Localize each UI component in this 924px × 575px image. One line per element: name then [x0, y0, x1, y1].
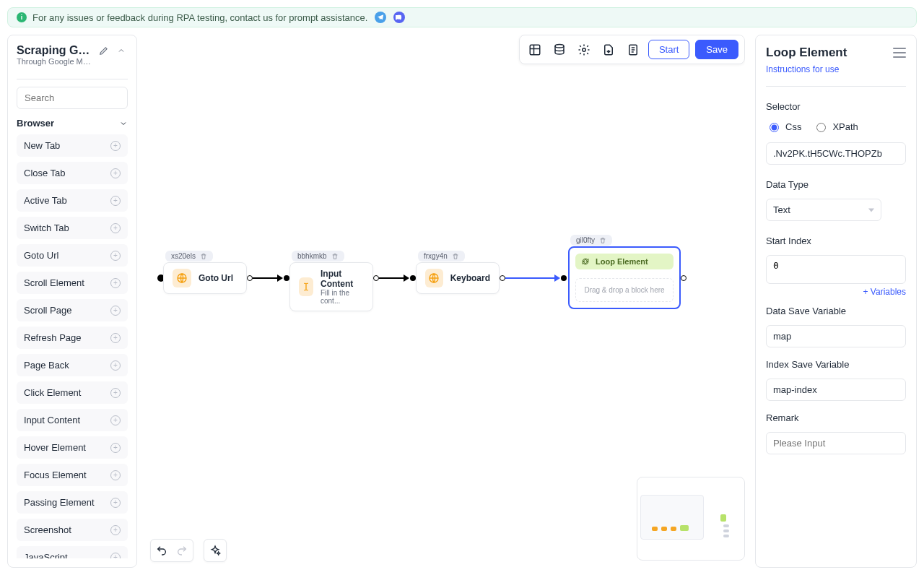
- plus-circle-icon[interactable]: +: [110, 525, 121, 535]
- out-port[interactable]: [247, 275, 253, 281]
- block-label: Input Content: [24, 415, 80, 425]
- block-item[interactable]: Page Back+: [17, 354, 128, 376]
- undo-icon[interactable]: [154, 542, 170, 558]
- node-input-content[interactable]: Input Content Fill in the cont...: [289, 262, 373, 311]
- minimap[interactable]: [637, 477, 745, 561]
- radio-css[interactable]: [770, 123, 779, 132]
- plus-circle-icon[interactable]: +: [110, 251, 121, 261]
- plus-circle-icon[interactable]: +: [110, 360, 121, 371]
- selector-label: Selector: [766, 101, 906, 112]
- loop-drop-zone[interactable]: Drag & drop a block here: [575, 278, 674, 302]
- block-item[interactable]: Scroll Element+: [17, 272, 128, 294]
- trash-icon[interactable]: [452, 253, 459, 260]
- plus-circle-icon[interactable]: +: [110, 141, 121, 151]
- selector-input[interactable]: [766, 142, 906, 165]
- data-save-input[interactable]: [766, 325, 906, 347]
- sparkle-icon[interactable]: [207, 542, 223, 558]
- in-port[interactable]: [284, 275, 289, 281]
- connection: [505, 277, 556, 279]
- gear-icon[interactable]: [575, 40, 593, 59]
- svg-point-1: [555, 44, 564, 48]
- svg-point-2: [583, 48, 586, 51]
- pencil-icon[interactable]: [97, 44, 110, 57]
- block-item[interactable]: Hover Element+: [17, 436, 128, 459]
- plus-circle-icon[interactable]: +: [110, 306, 121, 316]
- trash-icon[interactable]: [331, 253, 339, 260]
- chevron-up-icon[interactable]: [115, 44, 128, 57]
- node-goto-url[interactable]: Goto Url: [163, 262, 247, 294]
- trash-icon[interactable]: [599, 237, 606, 244]
- block-item[interactable]: Switch Tab+: [17, 217, 128, 239]
- data-type-label: Data Type: [766, 179, 906, 190]
- block-item[interactable]: Screenshot+: [17, 519, 128, 541]
- trash-icon[interactable]: [200, 253, 207, 260]
- index-save-label: Index Save Variable: [766, 359, 906, 370]
- data-type-select[interactable]: [766, 199, 881, 221]
- globe-icon: [173, 269, 191, 288]
- block-item[interactable]: Active Tab+: [17, 189, 128, 212]
- log-icon[interactable]: [624, 40, 642, 59]
- remark-input[interactable]: [766, 432, 906, 454]
- node-tag: gil0fty: [570, 235, 612, 246]
- loop-header: Loop Element: [575, 254, 674, 269]
- redo-icon[interactable]: [174, 542, 190, 558]
- search-input[interactable]: [17, 87, 128, 109]
- block-item[interactable]: Scroll Page+: [17, 299, 128, 321]
- export-icon[interactable]: [599, 40, 618, 59]
- in-port[interactable]: [410, 275, 416, 281]
- start-button[interactable]: Start: [648, 40, 689, 59]
- node-keyboard[interactable]: Keyboard: [416, 262, 500, 294]
- plus-circle-icon[interactable]: +: [110, 415, 121, 425]
- block-label: Scroll Element: [24, 277, 84, 288]
- block-label: Close Tab: [24, 168, 66, 178]
- block-item[interactable]: New Tab+: [17, 134, 128, 157]
- index-save-input[interactable]: [766, 379, 906, 401]
- plus-circle-icon[interactable]: +: [110, 168, 121, 178]
- out-port[interactable]: [500, 275, 505, 281]
- block-item[interactable]: Refresh Page+: [17, 327, 128, 349]
- arrow-icon: [554, 274, 560, 282]
- plus-circle-icon[interactable]: +: [110, 196, 121, 206]
- discord-icon[interactable]: [393, 12, 405, 23]
- add-variables-link[interactable]: + Variables: [766, 287, 906, 297]
- block-label: Passing Element: [24, 497, 95, 508]
- connection: [379, 277, 405, 279]
- instructions-link[interactable]: Instructions for use: [766, 64, 906, 74]
- table-icon[interactable]: [526, 40, 544, 59]
- block-item[interactable]: Click Element+: [17, 381, 128, 404]
- canvas[interactable]: Start Save xs20els Goto Url bbhkmkb Inpu…: [147, 35, 745, 568]
- node-tag: frxgy4n: [418, 251, 465, 261]
- plus-circle-icon[interactable]: +: [110, 333, 121, 343]
- list-icon[interactable]: [893, 48, 906, 58]
- plus-circle-icon[interactable]: +: [110, 388, 121, 398]
- plus-circle-icon[interactable]: +: [110, 278, 121, 288]
- in-port[interactable]: [561, 275, 567, 281]
- out-port[interactable]: [681, 275, 687, 281]
- save-button[interactable]: Save: [695, 40, 738, 59]
- block-item[interactable]: Goto Url+: [17, 244, 128, 267]
- category-header[interactable]: Browser: [17, 118, 128, 129]
- plus-circle-icon[interactable]: +: [110, 223, 121, 233]
- category-name: Browser: [17, 118, 54, 129]
- node-loop-element[interactable]: Loop Element Drag & drop a block here: [568, 246, 681, 309]
- database-icon[interactable]: [550, 40, 569, 59]
- plus-circle-icon[interactable]: +: [110, 498, 121, 508]
- plus-circle-icon[interactable]: +: [110, 553, 121, 559]
- block-item[interactable]: Close Tab+: [17, 162, 128, 184]
- block-item[interactable]: Focus Element+: [17, 464, 128, 486]
- block-label: Scroll Page: [24, 305, 71, 316]
- out-port[interactable]: [373, 275, 379, 281]
- start-index-input[interactable]: [766, 255, 906, 284]
- block-item[interactable]: Passing Element+: [17, 491, 128, 514]
- telegram-icon[interactable]: [375, 12, 386, 23]
- svg-rect-0: [530, 45, 540, 55]
- block-item[interactable]: Input Content+: [17, 409, 128, 431]
- block-item[interactable]: JavaScript+: [17, 546, 128, 558]
- plus-circle-icon[interactable]: +: [110, 470, 121, 480]
- block-label: Switch Tab: [24, 222, 69, 233]
- block-label: JavaScript: [24, 552, 68, 558]
- chevron-down-icon: [119, 119, 128, 128]
- radio-xpath[interactable]: [816, 123, 826, 132]
- info-icon: i: [17, 12, 27, 22]
- plus-circle-icon[interactable]: +: [110, 443, 121, 453]
